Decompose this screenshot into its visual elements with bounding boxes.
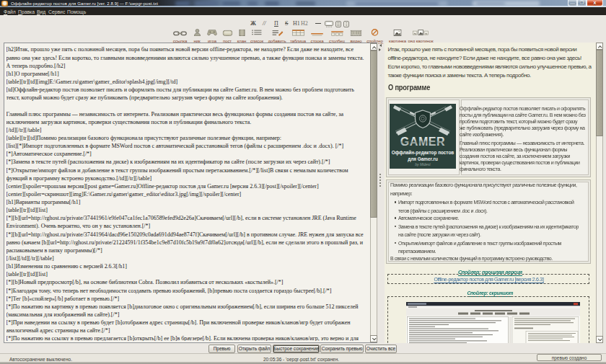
svg-text:для Gamer.ru: для Gamer.ru — [408, 156, 438, 162]
svg-text:GAMER: GAMER — [400, 136, 445, 148]
svg-text:by Midest: by Midest — [415, 162, 431, 167]
svg-text:Оффлайн-редактор постов: Оффлайн-редактор постов — [391, 150, 454, 156]
